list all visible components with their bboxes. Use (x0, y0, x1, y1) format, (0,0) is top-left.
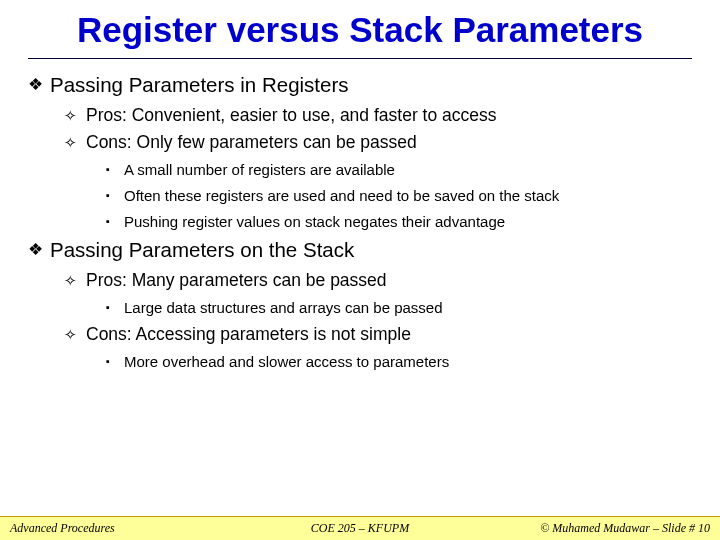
diamond-filled-icon: ❖ (28, 238, 50, 262)
square-icon: ▪ (106, 160, 124, 179)
sub-item-text: More overhead and slower access to param… (124, 352, 449, 371)
footer-author: © Muhamed Mudawar (540, 521, 650, 535)
footer-left: Advanced Procedures (10, 521, 243, 536)
heading-text: Passing Parameters in Registers (50, 73, 349, 97)
diamond-open-icon: ✧ (64, 324, 86, 345)
list-item-text: Cons: Accessing parameters is not simple (86, 324, 411, 345)
list-item-text: Cons: Only few parameters can be passed (86, 132, 417, 153)
square-icon: ▪ (106, 298, 124, 317)
sub-item-text: Large data structures and arrays can be … (124, 298, 443, 317)
square-icon: ▪ (106, 212, 124, 231)
diamond-filled-icon: ❖ (28, 73, 50, 97)
footer-center: COE 205 – KFUPM (243, 521, 476, 536)
list-item: ✧ Cons: Only few parameters can be passe… (64, 132, 692, 153)
footer-slide-number: Slide # 10 (662, 521, 710, 535)
footer-right: © Muhamed Mudawar – Slide # 10 (477, 521, 710, 536)
sub-item: ▪ Often these registers are used and nee… (106, 186, 692, 205)
square-icon: ▪ (106, 352, 124, 371)
sub-item: ▪ Large data structures and arrays can b… (106, 298, 692, 317)
heading-text: Passing Parameters on the Stack (50, 238, 354, 262)
footer: Advanced Procedures COE 205 – KFUPM © Mu… (0, 516, 720, 540)
sub-item: ▪ A small number of registers are availa… (106, 160, 692, 179)
list-item-text: Pros: Convenient, easier to use, and fas… (86, 105, 497, 126)
sub-item: ▪ Pushing register values on stack negat… (106, 212, 692, 231)
diamond-open-icon: ✧ (64, 132, 86, 153)
section-heading: ❖ Passing Parameters in Registers (28, 73, 692, 97)
list-item: ✧ Pros: Many parameters can be passed (64, 270, 692, 291)
list-item: ✧ Pros: Convenient, easier to use, and f… (64, 105, 692, 126)
slide: Register versus Stack Parameters ❖ Passi… (0, 0, 720, 540)
diamond-open-icon: ✧ (64, 105, 86, 126)
list-item-text: Pros: Many parameters can be passed (86, 270, 387, 291)
slide-title: Register versus Stack Parameters (28, 0, 692, 59)
sub-item-text: A small number of registers are availabl… (124, 160, 395, 179)
diamond-open-icon: ✧ (64, 270, 86, 291)
sub-item-text: Often these registers are used and need … (124, 186, 559, 205)
footer-sep: – (650, 521, 662, 535)
sub-item-text: Pushing register values on stack negates… (124, 212, 505, 231)
sub-item: ▪ More overhead and slower access to par… (106, 352, 692, 371)
section-heading: ❖ Passing Parameters on the Stack (28, 238, 692, 262)
square-icon: ▪ (106, 186, 124, 205)
list-item: ✧ Cons: Accessing parameters is not simp… (64, 324, 692, 345)
